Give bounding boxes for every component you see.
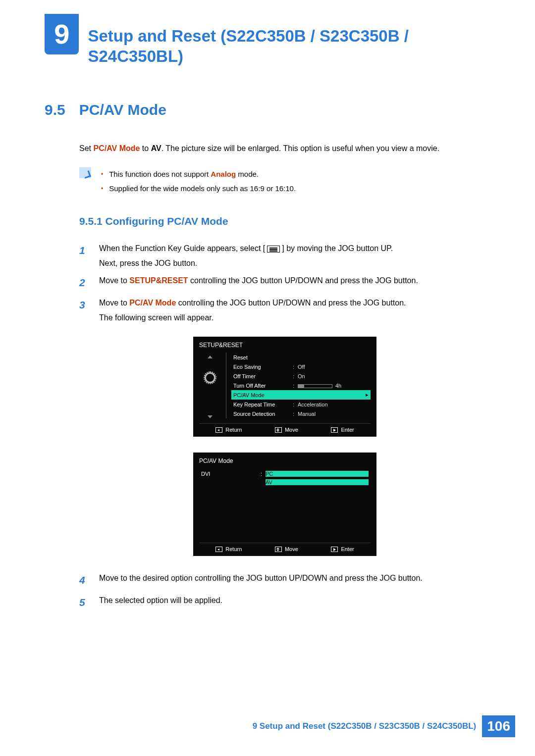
osd-row-offtimer: Off Timer:On (231, 371, 371, 381)
osd-row-dvi: DVI : PC (199, 469, 371, 478)
step-text: Move to (99, 299, 129, 307)
section-number: 9.5 (45, 101, 65, 118)
move-key-icon (275, 427, 282, 433)
section-title: PC/AV Mode (79, 101, 166, 118)
step-text: Next, press the JOG button. (99, 259, 197, 267)
section-intro: Set PC/AV Mode to AV. The picture size w… (79, 142, 490, 155)
gear-icon (205, 372, 215, 383)
osd-row-eco: Eco Saving:Off (231, 362, 371, 371)
step-3: 3 Move to PC/AV Mode controlling the JOG… (79, 296, 490, 325)
chevron-right-icon: ▸ (366, 392, 369, 398)
return-key-icon (215, 547, 222, 552)
osd-row-source: Source Detection:Manual (231, 409, 371, 418)
osd-setup-reset: SETUP&RESET Reset Eco Saving:Off Off Tim… (193, 337, 376, 437)
footer-label: Return (225, 427, 242, 433)
note-list: •This function does not support Analog m… (101, 167, 296, 196)
chapter-title: Setup and Reset (S22C350B / S23C350B / S… (88, 26, 505, 67)
note-keyword: Analog (211, 170, 236, 178)
note-text: This function does not support (109, 170, 211, 178)
note-icon (79, 167, 91, 178)
footer-label: Move (285, 546, 298, 552)
step-text: controlling the JOG button UP/DOWN and p… (188, 276, 418, 285)
osd-input-label: DVI (201, 471, 261, 477)
intro-text: Set (79, 144, 93, 152)
osd-pcav-mode: PC/AV Mode DVI : PC AV (193, 453, 376, 556)
step-1: 1 When the Function Key Guide appears, s… (79, 241, 490, 270)
osd-option-pc: PC (266, 471, 369, 477)
arrow-up-icon (208, 355, 213, 358)
enter-key-icon (331, 547, 338, 552)
step-text: controlling the JOG button UP/DOWN and p… (176, 299, 406, 307)
osd-title: PC/AV Mode (199, 457, 371, 468)
menu-icon (267, 246, 280, 252)
osd-menu-list: Reset Eco Saving:Off Off Timer:On Turn O… (231, 353, 371, 418)
slider-bar (298, 384, 332, 388)
footer-label: Enter (341, 546, 354, 552)
page-number: 106 (482, 715, 515, 737)
footer-label: Enter (341, 427, 354, 433)
intro-text: . The picture size will be enlarged. Thi… (161, 144, 439, 152)
osd-row-av: AV (199, 478, 371, 486)
osd-footer: Return Move Enter (199, 423, 371, 433)
osd-row-turnoff: Turn Off After:4h (231, 381, 371, 390)
footer-label: Return (225, 546, 242, 552)
intro-keyword: PC/AV Mode (93, 144, 140, 152)
osd-footer: Return Move Enter (199, 543, 371, 552)
step-text: The selected option will be applied. (99, 593, 222, 612)
step-text: ] by moving the JOG button UP. (282, 244, 393, 252)
arrow-down-icon (208, 415, 213, 418)
chapter-number-badge: 9 (45, 14, 79, 54)
footer-label: Move (285, 427, 298, 433)
subsection-title: 9.5.1 Configuring PC/AV Mode (79, 215, 490, 227)
enter-key-icon (331, 427, 338, 433)
step-text: When the Function Key Guide appears, sel… (99, 244, 265, 252)
step-text: Move to (99, 276, 129, 285)
note-text: mode. (236, 170, 259, 178)
step-4: 4 Move to the desired option controlling… (79, 571, 490, 590)
osd-row-keyrepeat: Key Repeat Time:Acceleration (231, 400, 371, 409)
osd-option-av: AV (266, 479, 369, 485)
osd-submenu: DVI : PC AV (199, 468, 371, 538)
note-text: Supplied for the wide models only such a… (109, 182, 296, 196)
step-2: 2 Move to SETUP&RESET controlling the JO… (79, 273, 490, 293)
footer-chapter-ref: 9 Setup and Reset (S22C350B / S23C350B /… (253, 721, 477, 731)
intro-keyword: AV (151, 144, 161, 152)
intro-text: to (140, 144, 151, 152)
move-key-icon (275, 547, 282, 552)
osd-row-pcav: PC/AV Mode▸ (231, 390, 371, 400)
step-text: Move to the desired option controlling t… (99, 571, 423, 590)
osd-row-reset: Reset (231, 353, 371, 362)
return-key-icon (215, 427, 222, 433)
step-keyword: SETUP&RESET (129, 276, 188, 285)
step-text: The following screen will appear. (99, 313, 214, 322)
step-keyword: PC/AV Mode (129, 299, 176, 307)
osd-title: SETUP&RESET (199, 342, 371, 353)
step-5: 5 The selected option will be applied. (79, 593, 490, 612)
